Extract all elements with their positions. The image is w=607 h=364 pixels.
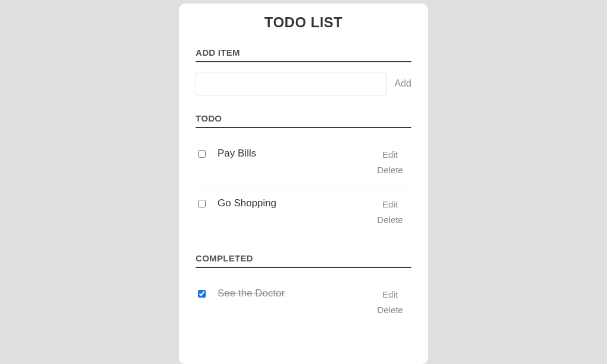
delete-button[interactable]: Delete bbox=[371, 302, 409, 318]
delete-button[interactable]: Delete bbox=[371, 162, 409, 178]
delete-button[interactable]: Delete bbox=[371, 212, 409, 228]
edit-button[interactable]: Edit bbox=[371, 147, 409, 162]
todo-item: Pay Bills Edit Delete bbox=[196, 138, 411, 187]
todo-checkbox[interactable] bbox=[198, 200, 206, 207]
edit-button[interactable]: Edit bbox=[371, 287, 409, 302]
page-title: TODO LIST bbox=[196, 14, 411, 31]
todo-item-label: Go Shopping bbox=[218, 197, 371, 209]
todo-header: TODO bbox=[196, 113, 411, 128]
completed-list: See the Doctor Edit Delete bbox=[196, 277, 411, 327]
add-button[interactable]: Add bbox=[395, 78, 411, 89]
todo-item-actions: Edit Delete bbox=[371, 147, 409, 177]
todo-checkbox[interactable] bbox=[198, 150, 206, 158]
todo-card: TODO LIST ADD ITEM Add TODO Pay Bills Ed… bbox=[179, 4, 428, 364]
new-item-input[interactable] bbox=[196, 72, 386, 95]
todo-item-label: Pay Bills bbox=[218, 147, 371, 159]
todo-item: Go Shopping Edit Delete bbox=[196, 187, 411, 237]
completed-item: See the Doctor Edit Delete bbox=[196, 277, 411, 327]
edit-button[interactable]: Edit bbox=[371, 197, 409, 212]
add-item-row: Add bbox=[196, 72, 411, 95]
completed-item-label: See the Doctor bbox=[218, 287, 371, 299]
completed-header: COMPLETED bbox=[196, 253, 411, 268]
completed-checkbox[interactable] bbox=[198, 290, 206, 298]
completed-item-actions: Edit Delete bbox=[371, 287, 409, 317]
todo-list: Pay Bills Edit Delete Go Shopping Edit D… bbox=[196, 138, 411, 237]
add-item-header: ADD ITEM bbox=[196, 47, 411, 62]
todo-item-actions: Edit Delete bbox=[371, 197, 409, 227]
